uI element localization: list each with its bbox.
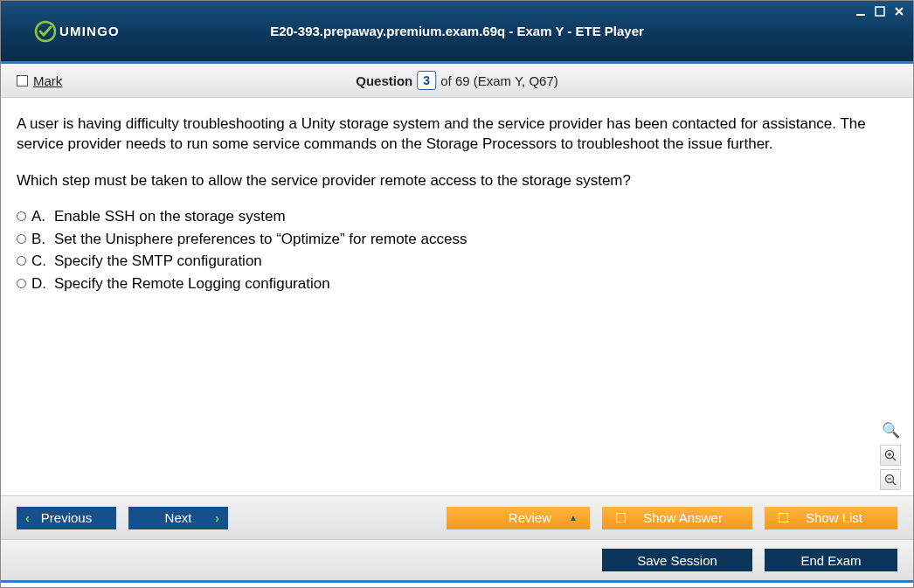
save-session-label: Save Session: [637, 553, 717, 568]
session-bar: Save Session End Exam: [1, 539, 913, 583]
svg-rect-2: [876, 7, 884, 16]
next-label: Next: [165, 510, 192, 525]
review-button[interactable]: Review ▲: [447, 507, 590, 529]
question-paragraph-1: A user is having difficulty troubleshoot…: [17, 114, 897, 155]
zoom-controls: 🔍: [880, 420, 901, 490]
radio-icon[interactable]: [17, 279, 26, 288]
question-number-input[interactable]: [417, 71, 436, 90]
mark-label: Mark: [33, 73, 62, 88]
option-d[interactable]: D. Specify the Remote Logging configurat…: [17, 273, 897, 294]
answer-options: A. Enable SSH on the storage system B. S…: [17, 206, 897, 294]
review-label: Review: [509, 510, 551, 525]
option-text: Set the Unisphere preferences to “Optimi…: [54, 229, 467, 249]
option-text: Enable SSH on the storage system: [54, 206, 286, 226]
question-paragraph-2: Which step must be taken to allow the se…: [17, 170, 897, 190]
question-indicator: Question of 69 (Exam Y, Q67): [356, 71, 558, 90]
title-bar: UMINGO E20-393.prepaway.premium.exam.69q…: [1, 1, 913, 64]
square-icon: [779, 513, 788, 522]
svg-line-4: [892, 457, 896, 460]
option-letter: A.: [31, 206, 49, 226]
end-exam-button[interactable]: End Exam: [765, 549, 897, 571]
show-answer-label: Show Answer: [643, 510, 723, 525]
question-word: Question: [356, 73, 412, 88]
show-list-button[interactable]: Show List: [765, 507, 897, 529]
question-suffix: of 69 (Exam Y, Q67): [440, 73, 558, 88]
checkbox-icon[interactable]: [17, 75, 28, 86]
chevron-right-icon: ›: [215, 510, 219, 525]
option-a[interactable]: A. Enable SSH on the storage system: [17, 206, 897, 226]
show-answer-button[interactable]: Show Answer: [602, 507, 752, 529]
question-content: A user is having difficulty troubleshoot…: [1, 98, 913, 495]
end-exam-label: End Exam: [800, 553, 861, 568]
option-text: Specify the Remote Logging configuration: [54, 273, 330, 294]
zoom-in-icon[interactable]: [880, 445, 901, 466]
question-toolbar: Mark Question of 69 (Exam Y, Q67): [1, 64, 913, 98]
svg-rect-1: [856, 14, 865, 16]
close-icon[interactable]: [892, 4, 906, 18]
logo-text: UMINGO: [59, 24, 120, 38]
minimize-icon[interactable]: [854, 4, 868, 18]
triangle-up-icon: ▲: [569, 513, 578, 522]
next-button[interactable]: Next ›: [128, 507, 228, 529]
logo-check-icon: [34, 20, 57, 43]
option-letter: D.: [31, 273, 49, 294]
window-title: E20-393.prepaway.premium.exam.69q - Exam…: [270, 24, 644, 38]
option-c[interactable]: C. Specify the SMTP configuration: [17, 251, 897, 271]
option-b[interactable]: B. Set the Unisphere preferences to “Opt…: [17, 229, 897, 249]
chevron-left-icon: ‹: [25, 510, 30, 525]
radio-icon[interactable]: [17, 234, 26, 244]
window-controls: [854, 4, 906, 18]
radio-icon[interactable]: [17, 256, 26, 266]
show-list-label: Show List: [806, 510, 862, 525]
option-letter: B.: [31, 229, 49, 249]
zoom-out-icon[interactable]: [880, 469, 901, 490]
option-letter: C.: [31, 251, 49, 271]
app-logo: UMINGO: [34, 20, 120, 43]
mark-checkbox[interactable]: Mark: [17, 73, 62, 88]
nav-bar: ‹ Previous Next › Review ▲ Show Answer S…: [1, 495, 913, 539]
option-text: Specify the SMTP configuration: [54, 251, 262, 271]
maximize-icon[interactable]: [873, 4, 887, 18]
previous-label: Previous: [41, 510, 92, 525]
svg-line-8: [892, 481, 896, 485]
save-session-button[interactable]: Save Session: [602, 549, 752, 571]
previous-button[interactable]: ‹ Previous: [17, 507, 116, 529]
radio-icon[interactable]: [17, 211, 26, 221]
square-icon: [616, 513, 626, 522]
search-icon[interactable]: 🔍: [880, 420, 901, 441]
